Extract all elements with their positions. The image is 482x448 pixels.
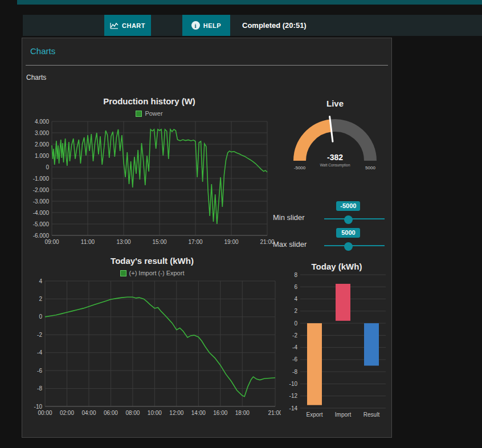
svg-text:-4: -4 <box>37 349 42 356</box>
legend-marker-import-export <box>120 270 126 276</box>
svg-text:-14: -14 <box>289 405 298 412</box>
min-slider-thumb[interactable] <box>344 215 353 224</box>
svg-text:10:00: 10:00 <box>148 410 162 416</box>
divider <box>26 65 388 66</box>
svg-text:-382: -382 <box>327 153 343 162</box>
top-accent-bar <box>17 0 482 5</box>
svg-text:04:00: 04:00 <box>81 410 96 416</box>
toolbar: CHART i HELP Completed (20:51) <box>23 15 482 36</box>
max-slider-value-bubble: 5000 <box>336 228 360 238</box>
svg-text:4: 4 <box>294 296 297 302</box>
svg-text:18:00: 18:00 <box>235 410 250 416</box>
svg-text:4.000: 4.000 <box>35 119 49 125</box>
svg-text:19:00: 19:00 <box>224 239 238 245</box>
svg-text:-5.000: -5.000 <box>33 221 50 227</box>
svg-text:-8: -8 <box>37 385 42 392</box>
todays-result-chart: Today's result (kWh) (+) Import (-) Expo… <box>23 254 281 426</box>
production-history-title: Production history (W) <box>23 96 275 106</box>
max-slider-row: Max slider 5000 <box>272 228 391 253</box>
svg-text:-2.000: -2.000 <box>33 187 50 193</box>
svg-text:-10: -10 <box>34 404 43 410</box>
max-slider-thumb[interactable] <box>344 242 353 251</box>
svg-text:-3.000: -3.000 <box>33 198 50 205</box>
svg-text:09:00: 09:00 <box>44 239 59 245</box>
svg-text:Import: Import <box>335 412 352 418</box>
svg-text:0: 0 <box>294 320 297 327</box>
svg-text:0: 0 <box>46 164 49 170</box>
svg-text:Export: Export <box>307 412 323 418</box>
todays-result-title: Today's result (kWh) <box>23 256 281 266</box>
info-icon: i <box>191 21 200 30</box>
svg-text:-6.000: -6.000 <box>33 233 50 239</box>
svg-text:2: 2 <box>39 296 42 302</box>
min-slider-label: Min slider <box>273 213 305 222</box>
svg-text:2.000: 2.000 <box>35 141 49 148</box>
svg-text:-8: -8 <box>292 369 297 375</box>
charts-panel: Charts Charts Production history (W) Pow… <box>22 38 392 438</box>
svg-text:02:00: 02:00 <box>60 410 74 416</box>
svg-text:-4: -4 <box>292 344 297 351</box>
svg-text:-5000: -5000 <box>294 165 306 170</box>
svg-text:0: 0 <box>39 313 42 320</box>
svg-text:08:00: 08:00 <box>125 410 140 416</box>
svg-text:13:00: 13:00 <box>116 239 130 245</box>
svg-text:Result: Result <box>363 412 380 418</box>
production-history-chart: Production history (W) Power 09:0011:001… <box>23 94 275 254</box>
dashboard-screen: CHART i HELP Completed (20:51) Charts Ch… <box>0 0 482 448</box>
status-text: Completed (20:51) <box>242 15 307 36</box>
svg-text:4: 4 <box>39 278 42 284</box>
chart-button[interactable]: CHART <box>104 15 151 36</box>
svg-text:06:00: 06:00 <box>104 410 118 416</box>
svg-text:12:00: 12:00 <box>169 410 183 416</box>
chart-button-label: CHART <box>122 22 145 29</box>
min-slider-value-bubble: -5000 <box>336 201 360 211</box>
chart-icon <box>110 22 119 29</box>
today-bar-plot: 86420-2-4-6-8-10-12-14ExportImportResult <box>284 271 389 423</box>
svg-text:2: 2 <box>294 308 297 314</box>
svg-text:1.000: 1.000 <box>35 153 49 159</box>
today-bar-chart: Today (kWh) 86420-2-4-6-8-10-12-14Export… <box>284 259 389 426</box>
svg-text:-10: -10 <box>289 381 298 387</box>
svg-text:Watt Consumption: Watt Consumption <box>320 163 350 168</box>
panel-title: Charts <box>30 46 55 56</box>
svg-text:-2: -2 <box>292 332 297 339</box>
svg-text:17:00: 17:00 <box>188 239 202 245</box>
svg-text:3.000: 3.000 <box>35 130 49 136</box>
svg-text:-2: -2 <box>37 332 42 338</box>
svg-text:6: 6 <box>294 284 297 290</box>
svg-text:21:00: 21:00 <box>268 410 281 416</box>
svg-text:8: 8 <box>294 272 297 278</box>
svg-text:-1.000: -1.000 <box>33 176 50 182</box>
svg-text:-12: -12 <box>289 393 298 399</box>
svg-text:5000: 5000 <box>365 165 375 170</box>
legend-marker-power <box>136 111 142 117</box>
max-slider-label: Max slider <box>273 240 307 249</box>
svg-text:15:00: 15:00 <box>152 239 166 245</box>
live-gauge: Live -50005000-382Watt Consumption <box>280 96 390 172</box>
legend-label-import-export: (+) Import (-) Export <box>129 270 185 276</box>
production-history-plot: 09:0011:0013:0015:0017:0019:0021:004.000… <box>23 118 275 250</box>
svg-text:11:00: 11:00 <box>81 239 95 245</box>
svg-text:-6: -6 <box>37 368 42 374</box>
gauge-plot: -50005000-382Watt Consumption <box>284 109 386 172</box>
todays-result-plot: 00:0002:0004:0006:0008:0010:0012:0014:00… <box>23 278 281 421</box>
panel-subtitle: Charts <box>26 74 46 82</box>
production-history-legend[interactable]: Power <box>23 110 275 117</box>
svg-text:-4.000: -4.000 <box>33 210 50 216</box>
legend-label-power: Power <box>145 110 162 117</box>
svg-text:16:00: 16:00 <box>213 410 227 416</box>
svg-text:-6: -6 <box>292 356 297 363</box>
min-slider-row: Min slider -5000 <box>272 201 391 226</box>
help-button[interactable]: i HELP <box>182 15 230 36</box>
min-slider-track[interactable] <box>324 218 385 219</box>
todays-result-legend[interactable]: (+) Import (-) Export <box>23 270 281 276</box>
live-gauge-title: Live <box>280 99 390 108</box>
help-button-label: HELP <box>203 22 221 29</box>
today-bar-title: Today (kWh) <box>284 262 389 271</box>
svg-text:00:00: 00:00 <box>38 410 52 416</box>
max-slider-track[interactable] <box>324 245 385 246</box>
svg-text:14:00: 14:00 <box>191 410 206 416</box>
